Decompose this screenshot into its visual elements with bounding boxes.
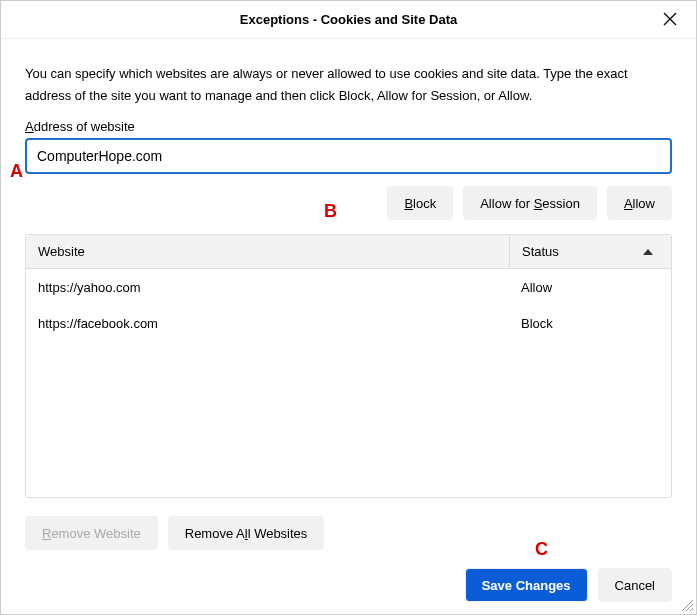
table-body: https://yahoo.comAllowhttps://facebook.c… [26, 269, 671, 497]
address-label: Address of website [25, 119, 672, 134]
table-row[interactable]: https://facebook.comBlock [26, 305, 671, 341]
action-button-row: Block Allow for Session Allow [25, 186, 672, 220]
dialog-title: Exceptions - Cookies and Site Data [240, 12, 457, 27]
cell-status: Block [509, 316, 671, 331]
allow-for-session-button[interactable]: Allow for Session [463, 186, 597, 220]
footer-button-row: Save Changes Cancel [25, 568, 672, 602]
sort-ascending-icon [643, 249, 653, 255]
table-header: Website Status [26, 235, 671, 269]
cell-website: https://facebook.com [26, 316, 509, 331]
remove-all-websites-button[interactable]: Remove All Websites [168, 516, 325, 550]
save-changes-button[interactable]: Save Changes [465, 568, 588, 602]
svg-line-4 [690, 608, 693, 611]
cell-status: Allow [509, 280, 671, 295]
cancel-button[interactable]: Cancel [598, 568, 672, 602]
cell-website: https://yahoo.com [26, 280, 509, 295]
close-button[interactable] [648, 1, 692, 37]
allow-button[interactable]: Allow [607, 186, 672, 220]
exceptions-table: Website Status https://yahoo.comAllowhtt… [25, 234, 672, 498]
titlebar: Exceptions - Cookies and Site Data [1, 1, 696, 39]
resize-grip-icon[interactable] [678, 596, 694, 612]
address-input[interactable] [25, 138, 672, 174]
block-button[interactable]: Block [387, 186, 453, 220]
column-header-website[interactable]: Website [26, 235, 509, 268]
exceptions-dialog: Exceptions - Cookies and Site Data You c… [0, 0, 697, 615]
column-header-status-label: Status [522, 244, 559, 259]
dialog-content: You can specify which websites are alway… [1, 39, 696, 614]
table-row[interactable]: https://yahoo.comAllow [26, 269, 671, 305]
svg-line-3 [686, 604, 693, 611]
description-text: You can specify which websites are alway… [25, 63, 672, 107]
close-icon [663, 12, 677, 26]
remove-website-button: Remove Website [25, 516, 158, 550]
column-header-status[interactable]: Status [509, 235, 671, 268]
remove-button-row: Remove Website Remove All Websites [25, 516, 672, 550]
